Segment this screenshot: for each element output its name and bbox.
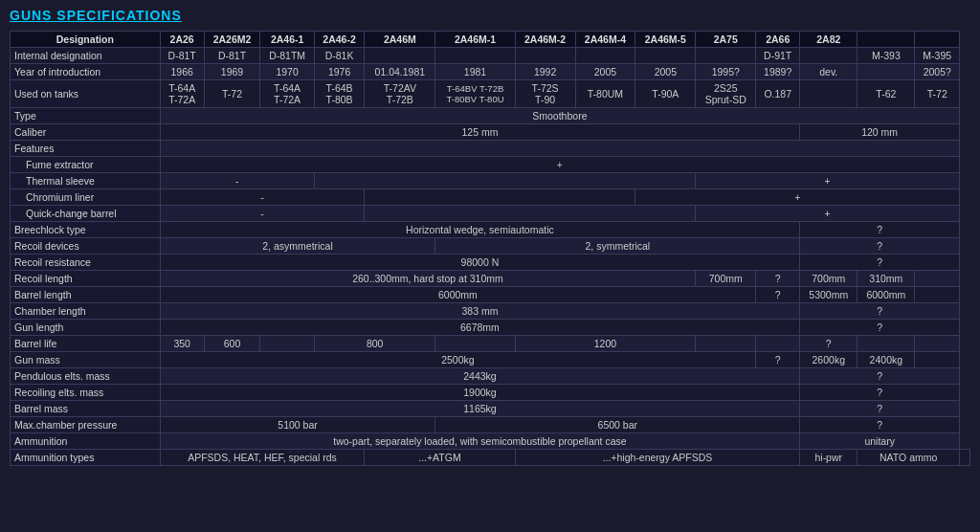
cell: 2005	[575, 64, 635, 80]
table-row: Caliber 125 mm 120 mm	[11, 124, 970, 141]
col-extra2	[915, 32, 960, 48]
cell: NATO ammo	[858, 450, 960, 466]
table-row: Used on tanks T-64A T-72A T-72 T-64A T-7…	[11, 80, 970, 108]
cell: +	[696, 173, 960, 189]
cell	[858, 336, 915, 352]
cell	[515, 48, 575, 64]
table-row: Year of introduction 1966 1969 1970 1976…	[11, 64, 970, 80]
cell: T-72	[204, 80, 260, 108]
row-label: Chamber length	[11, 303, 161, 320]
cell	[435, 48, 515, 64]
col-2a26: 2A26	[160, 32, 204, 48]
cell: 2500kg	[160, 352, 756, 368]
cell: +	[696, 206, 960, 222]
cell: ?	[756, 352, 800, 368]
col-2a26m2: 2A26M2	[204, 32, 260, 48]
page-title: GUNS SPECIFICATIONS	[10, 8, 970, 23]
col-2a46m4: 2A46M-4	[575, 32, 635, 48]
row-label: Gun mass	[11, 352, 161, 368]
cell: Horizontal wedge, semiautomatic	[160, 222, 800, 238]
cell: 2, symmetrical	[435, 238, 800, 255]
cell: 2005	[635, 64, 696, 80]
cell: -	[160, 173, 314, 189]
cell	[435, 336, 515, 352]
row-label: Gun length	[11, 320, 161, 336]
cell	[575, 48, 635, 64]
table-row: Gun length 6678mm ?	[11, 320, 970, 336]
cell: D-91T	[756, 48, 800, 64]
table-row: Recoil devices 2, asymmetrical 2, symmet…	[11, 238, 970, 255]
col-2a66: 2A66	[756, 32, 800, 48]
col-2a46m2: 2A46M-2	[515, 32, 575, 48]
cell	[696, 48, 756, 64]
cell: 700mm	[696, 271, 756, 287]
cell: 700mm	[800, 271, 858, 287]
row-label: Recoil devices	[11, 238, 161, 255]
cell: D-81T	[204, 48, 260, 64]
row-label: Chromium liner	[11, 189, 161, 206]
cell: dev.	[800, 64, 858, 80]
cell	[260, 336, 315, 352]
cell: T-72S T-90	[515, 80, 575, 108]
table-row: Chamber length 383 mm ?	[11, 303, 970, 320]
cell: O.187	[756, 80, 800, 108]
cell: ?	[756, 271, 800, 287]
cell: 6678mm	[160, 320, 800, 336]
cell	[960, 450, 970, 466]
cell	[858, 64, 915, 80]
cell: 6000mm	[160, 287, 756, 303]
table-row: Features	[11, 141, 970, 157]
cell	[800, 80, 858, 108]
cell: 6000mm	[858, 287, 915, 303]
cell	[915, 336, 960, 352]
cell: 2S25 Sprut-SD	[696, 80, 756, 108]
cell: ?	[800, 238, 960, 255]
cell: ?	[800, 417, 960, 433]
cell: 1900kg	[160, 385, 800, 401]
row-label: Used on tanks	[11, 80, 161, 108]
cell: 1976	[314, 64, 364, 80]
cell: T-72	[915, 80, 960, 108]
cell: 1966	[160, 64, 204, 80]
table-row: Barrel mass 1165kg ?	[11, 401, 970, 417]
cell	[915, 271, 960, 287]
cell	[160, 141, 959, 157]
row-label: Caliber	[11, 124, 161, 141]
row-label: Barrel length	[11, 287, 161, 303]
cell	[800, 48, 858, 64]
table-row: Internal designation D-81T D-81T D-81TM …	[11, 48, 970, 64]
table-row: Ammunition types APFSDS, HEAT, HEF, spec…	[11, 450, 970, 466]
cell: 1981	[435, 64, 515, 80]
row-label: Recoil length	[11, 271, 161, 287]
cell: 1970	[260, 64, 315, 80]
cell: M-393	[858, 48, 915, 64]
cell: ?	[800, 401, 960, 417]
cell: Smoothbore	[160, 108, 959, 124]
cell	[365, 48, 435, 64]
table-row: Max.chamber pressure 5100 bar 6500 bar ?	[11, 417, 970, 433]
row-label: Type	[11, 108, 161, 124]
page-wrapper: GUNS SPECIFICATIONS Designation 2A26 2A2…	[0, 0, 980, 474]
cell: 800	[314, 336, 435, 352]
cell: 383 mm	[160, 303, 800, 320]
cell: D-81TM	[260, 48, 315, 64]
col-2a75: 2A75	[696, 32, 756, 48]
table-row: Thermal sleeve - +	[11, 173, 970, 189]
table-row: Ammunition two-part, separately loaded, …	[11, 433, 970, 450]
cell: two-part, separately loaded, with semico…	[160, 433, 800, 450]
cell: unitary	[800, 433, 960, 450]
cell: 1992	[515, 64, 575, 80]
col-2a46-2: 2A46-2	[314, 32, 364, 48]
specs-table: Designation 2A26 2A26M2 2A46-1 2A46-2 2A…	[10, 31, 970, 466]
cell: T-90A	[635, 80, 696, 108]
row-label: Quick-change barrel	[11, 206, 161, 222]
cell: 1989?	[756, 64, 800, 80]
row-label: Barrel life	[11, 336, 161, 352]
cell: ?	[800, 336, 858, 352]
table-row: Recoil length 260..300mm, hard stop at 3…	[11, 271, 970, 287]
table-row: Chromium liner - +	[11, 189, 970, 206]
cell: ?	[800, 320, 960, 336]
cell: 98000 N	[160, 255, 800, 271]
cell	[314, 173, 695, 189]
cell: D-81K	[314, 48, 364, 64]
